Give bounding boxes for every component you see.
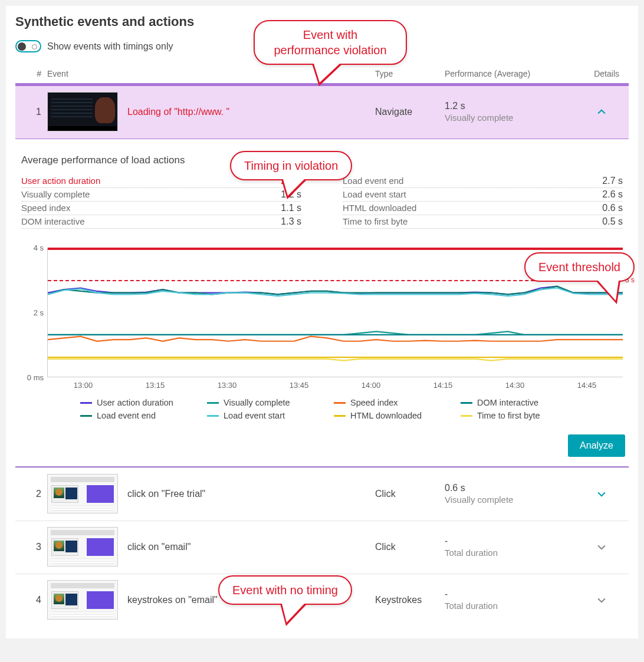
metric-label: Speed index <box>21 203 70 213</box>
metrics-grid: User action duration2.7 sVisually comple… <box>15 174 629 236</box>
col-type: Type <box>375 69 445 78</box>
chevron-down-icon[interactable] <box>596 488 607 500</box>
metric-row: DOM interactive1.3 s <box>21 215 301 229</box>
event-performance: -Total duration <box>445 536 584 558</box>
event-row[interactable]: 3click on "email"Click-Total duration <box>15 521 629 574</box>
metric-value: 1.1 s <box>281 203 301 213</box>
chevron-up-icon[interactable] <box>596 106 607 118</box>
metric-label: DOM interactive <box>21 216 85 226</box>
event-num: 3 <box>18 542 47 552</box>
annotation-timing-violation: Timing in violation <box>230 151 352 180</box>
metric-row: Speed index1.1 s <box>21 202 301 215</box>
y-tick: 4 s <box>34 243 44 252</box>
y-tick: 0 ms <box>27 373 44 382</box>
metric-row: Visually complete1.2 s <box>21 188 301 202</box>
legend-swatch <box>80 402 92 404</box>
x-tick: 13:00 <box>47 381 119 390</box>
legend-item[interactable]: DOM interactive <box>461 398 564 407</box>
legend-item[interactable]: Speed index <box>334 398 437 407</box>
event-type: Click <box>375 489 445 499</box>
legend-label: User action duration <box>97 398 173 407</box>
event-thumbnail[interactable] <box>47 474 118 513</box>
metric-value: 0.6 s <box>602 203 623 213</box>
event-type: Navigate <box>375 107 445 117</box>
chevron-down-icon[interactable] <box>596 541 607 553</box>
event-performance: 0.6 sVisually complete <box>445 483 584 505</box>
x-tick: 14:15 <box>407 381 479 390</box>
legend-label: Load event end <box>97 411 156 420</box>
event-num: 2 <box>18 489 47 499</box>
metric-label: Load event end <box>343 176 403 186</box>
timings-only-label: Show events with timings only <box>47 41 173 52</box>
event-row[interactable]: 1 Loading of "http://www. " Navigate 1.2… <box>15 84 629 139</box>
legend-swatch <box>334 402 346 404</box>
chart-series-line <box>48 337 623 341</box>
legend-item[interactable]: Time to first byte <box>461 411 564 420</box>
legend-swatch <box>207 415 219 417</box>
annotation-no-timing: Event with no timing <box>218 575 352 605</box>
col-num: # <box>18 69 47 78</box>
x-tick: 13:15 <box>119 381 191 390</box>
legend-item[interactable]: Visually complete <box>207 398 310 407</box>
metric-value: 2.6 s <box>602 189 623 200</box>
x-tick: 14:00 <box>335 381 407 390</box>
legend-swatch <box>461 402 472 404</box>
event-thumbnail[interactable] <box>47 527 118 567</box>
y-tick: 2 s <box>34 308 44 317</box>
event-thumbnail[interactable] <box>47 92 118 131</box>
event-name: click on "email" <box>121 542 375 552</box>
x-tick: 13:30 <box>191 381 263 390</box>
col-perf: Performance (Average) <box>445 69 584 78</box>
legend-label: DOM interactive <box>477 398 538 407</box>
annotation-performance-violation: Event with performance violation <box>254 20 407 65</box>
chevron-down-icon[interactable] <box>596 594 607 606</box>
event-thumbnail[interactable] <box>47 580 118 620</box>
legend-label: Speed index <box>350 398 398 407</box>
legend-label: HTML downloaded <box>350 411 422 420</box>
x-tick: 14:30 <box>479 381 551 390</box>
metric-label: HTML downloaded <box>343 203 416 213</box>
event-performance: 1.2 s Visually complete <box>445 101 584 123</box>
metric-label: User action duration <box>21 176 100 186</box>
event-num: 1 <box>18 107 47 117</box>
metric-row: HTML downloaded0.6 s <box>343 202 623 215</box>
event-performance: -Total duration <box>445 589 584 611</box>
metric-row: Load event start2.6 s <box>343 188 623 202</box>
metric-value: 1.3 s <box>281 216 301 227</box>
legend-item[interactable]: Load event end <box>80 411 183 420</box>
metric-value: 2.7 s <box>602 176 623 186</box>
analyze-button[interactable]: Analyze <box>568 434 625 457</box>
event-type: Keystrokes <box>375 595 445 605</box>
legend-item[interactable]: Load event start <box>207 411 310 420</box>
event-num: 4 <box>18 595 47 605</box>
legend-swatch <box>80 415 92 417</box>
event-name: Loading of "http://www. " <box>121 107 375 117</box>
metric-label: Visually complete <box>21 189 90 199</box>
legend-swatch <box>207 402 219 404</box>
legend-item[interactable]: User action duration <box>80 398 183 407</box>
event-row[interactable]: 2click on "Free trial"Click0.6 sVisually… <box>15 467 629 521</box>
annotation-event-threshold: Event threshold <box>524 252 635 282</box>
metric-row: Load event end2.7 s <box>343 174 623 188</box>
legend-label: Load event start <box>224 411 285 420</box>
x-tick: 13:45 <box>263 381 335 390</box>
metric-label: Load event start <box>343 189 406 199</box>
legend-swatch <box>334 415 346 417</box>
synthetic-events-panel: Synthetic events and actions Show events… <box>6 6 638 638</box>
metric-label: Time to first byte <box>343 216 408 226</box>
metric-value: 0.5 s <box>602 216 623 227</box>
x-tick: 14:45 <box>551 381 623 390</box>
timings-only-toggle[interactable] <box>15 40 41 52</box>
col-details: Details <box>584 69 619 78</box>
metric-row: Time to first byte0.5 s <box>343 215 623 229</box>
chart-series-line <box>48 359 623 361</box>
legend-swatch <box>461 415 472 417</box>
event-type: Click <box>375 542 445 552</box>
legend-label: Time to first byte <box>477 411 540 420</box>
event-name: click on "Free trial" <box>121 489 375 499</box>
legend-label: Visually complete <box>224 398 290 407</box>
legend-item[interactable]: HTML downloaded <box>334 411 437 420</box>
